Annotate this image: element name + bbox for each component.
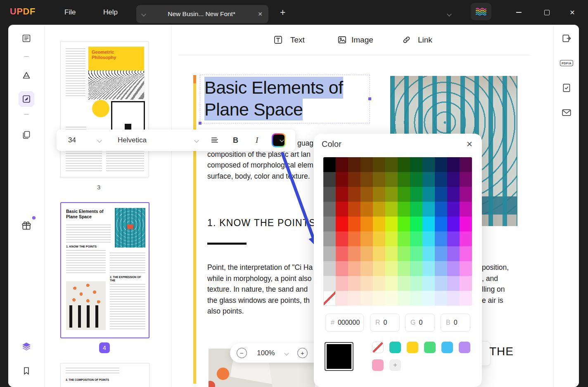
palette-swatch[interactable] <box>447 172 460 187</box>
verify-document-button[interactable] <box>561 83 572 93</box>
palette-swatch[interactable] <box>422 231 435 246</box>
palette-swatch[interactable] <box>435 276 447 291</box>
palette-swatch[interactable] <box>447 231 460 246</box>
palette-swatch[interactable] <box>410 291 422 306</box>
palette-swatch[interactable] <box>336 291 348 306</box>
palette-swatch[interactable] <box>447 217 460 231</box>
palette-swatch[interactable] <box>323 276 336 291</box>
palette-swatch[interactable] <box>410 157 422 172</box>
document-tab[interactable]: New Busin... New Font* ✕ <box>136 5 268 23</box>
palette-swatch[interactable] <box>323 261 336 276</box>
palette-swatch[interactable] <box>360 172 373 187</box>
palette-swatch[interactable] <box>410 172 422 187</box>
palette-swatch[interactable] <box>373 202 385 217</box>
bookmark-button[interactable] <box>21 366 31 376</box>
palette-swatch[interactable] <box>435 157 447 172</box>
share-mail-button[interactable] <box>561 107 572 118</box>
font-family-value[interactable]: Helvetica <box>118 130 147 151</box>
palette-swatch[interactable] <box>348 246 360 261</box>
reader-view-button[interactable] <box>21 33 31 43</box>
resize-handle-right[interactable] <box>368 97 371 100</box>
palette-swatch[interactable] <box>385 246 398 261</box>
tab-text[interactable]: Text <box>290 35 305 45</box>
close-window-button[interactable]: ✕ <box>565 0 580 25</box>
section-heading[interactable]: 1. KNOW THE POINTS <box>207 217 316 229</box>
page-organize-button[interactable] <box>21 130 31 140</box>
palette-swatch[interactable] <box>435 187 447 202</box>
palette-swatch[interactable] <box>435 202 447 217</box>
palette-swatch[interactable] <box>398 202 410 217</box>
preset-swatch[interactable] <box>372 342 384 353</box>
palette-swatch[interactable] <box>398 246 410 261</box>
italic-button[interactable]: I <box>256 130 258 151</box>
palette-swatch[interactable] <box>398 291 410 306</box>
palette-swatch[interactable] <box>435 246 447 261</box>
layers-button[interactable] <box>21 341 32 352</box>
close-panel-icon[interactable]: ✕ <box>466 139 473 149</box>
palette-swatch[interactable] <box>348 187 360 202</box>
palette-swatch[interactable] <box>460 246 472 261</box>
palette-swatch[interactable] <box>435 217 447 231</box>
palette-swatch[interactable] <box>323 172 336 187</box>
palette-swatch[interactable] <box>373 246 385 261</box>
palette-swatch[interactable] <box>460 187 472 202</box>
tab-image[interactable]: Image <box>351 35 373 45</box>
palette-swatch[interactable] <box>435 291 447 306</box>
font-size-dropdown[interactable] <box>98 130 101 151</box>
palette-swatch[interactable] <box>348 291 360 306</box>
palette-swatch[interactable] <box>447 276 460 291</box>
palette-swatch[interactable] <box>447 157 460 172</box>
edit-tool-button[interactable] <box>19 91 34 107</box>
annotate-tool-button[interactable] <box>21 71 31 80</box>
palette-swatch[interactable] <box>373 261 385 276</box>
export-button[interactable] <box>561 33 572 44</box>
palette-swatch[interactable] <box>323 231 336 246</box>
account-avatar[interactable] <box>471 3 491 20</box>
palette-swatch[interactable] <box>360 261 373 276</box>
palette-swatch[interactable] <box>348 157 360 172</box>
palette-swatch[interactable] <box>348 202 360 217</box>
palette-swatch[interactable] <box>373 157 385 172</box>
palette-swatch[interactable] <box>373 217 385 231</box>
palette-swatch[interactable] <box>398 187 410 202</box>
palette-swatch[interactable] <box>385 276 398 291</box>
palette-swatch[interactable] <box>336 261 348 276</box>
palette-swatch[interactable] <box>447 202 460 217</box>
hex-input[interactable]: # 000000 <box>325 314 364 332</box>
palette-swatch[interactable] <box>348 276 360 291</box>
palette-swatch[interactable] <box>447 291 460 306</box>
palette-swatch[interactable] <box>398 217 410 231</box>
palette-swatch[interactable] <box>435 231 447 246</box>
palette-swatch[interactable] <box>398 157 410 172</box>
zoom-in-button[interactable]: + <box>297 348 308 358</box>
page-3-thumbnail[interactable]: Geometric Philosophy <box>60 41 149 177</box>
palette-swatch[interactable] <box>398 172 410 187</box>
palette-swatch[interactable] <box>398 231 410 246</box>
palette-swatch[interactable] <box>385 231 398 246</box>
palette-swatch[interactable] <box>360 187 373 202</box>
palette-swatch[interactable] <box>360 246 373 261</box>
close-tab-icon[interactable]: ✕ <box>258 11 263 17</box>
palette-swatch[interactable] <box>336 157 348 172</box>
palette-swatch[interactable] <box>422 261 435 276</box>
palette-swatch[interactable] <box>422 276 435 291</box>
palette-swatch[interactable] <box>373 172 385 187</box>
paragraph-2[interactable]: Point, the interpretation of "Ci Ha whil… <box>207 262 313 317</box>
font-size-value[interactable]: 34 <box>68 130 76 151</box>
palette-swatch[interactable] <box>360 202 373 217</box>
palette-swatch[interactable] <box>373 187 385 202</box>
palette-swatch[interactable] <box>373 276 385 291</box>
palette-swatch[interactable] <box>410 187 422 202</box>
palette-swatch[interactable] <box>435 261 447 276</box>
selected-text-box[interactable]: Basic Elements of Plane Space <box>200 75 370 123</box>
palette-swatch[interactable] <box>360 276 373 291</box>
preset-swatch[interactable] <box>459 342 470 353</box>
palette-swatch[interactable] <box>385 157 398 172</box>
palette-swatch[interactable] <box>460 291 472 306</box>
palette-swatch[interactable] <box>323 157 336 172</box>
palette-swatch[interactable] <box>348 231 360 246</box>
resize-handle-bottom-left[interactable] <box>199 122 202 125</box>
preset-swatch[interactable] <box>389 342 401 353</box>
palette-swatch[interactable] <box>460 261 472 276</box>
preset-swatch[interactable] <box>407 342 418 353</box>
